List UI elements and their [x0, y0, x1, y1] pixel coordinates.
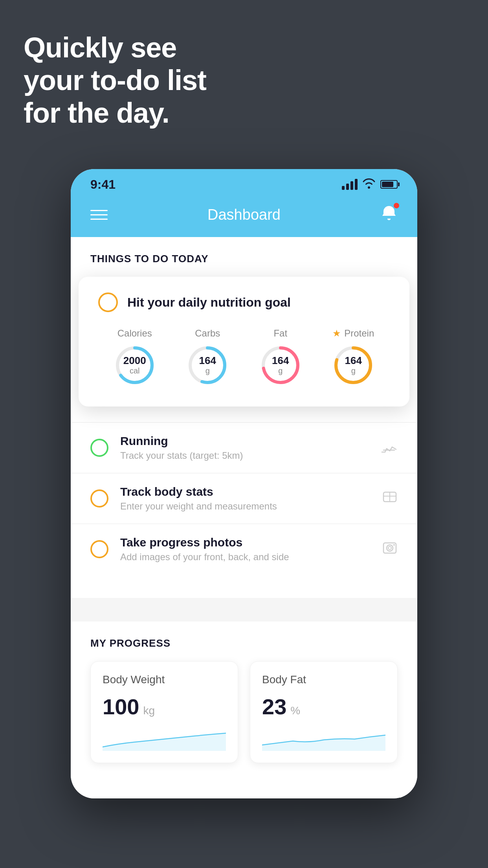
fat-ring: 164 g — [259, 344, 302, 387]
body-weight-chart — [103, 727, 226, 751]
fat-unit: g — [272, 366, 289, 375]
protein-ring-item[interactable]: ★ Protein 164 g — [332, 328, 375, 387]
app-content: THINGS TO DO TODAY Hit your daily nutrit… — [71, 237, 417, 422]
fat-label: Fat — [273, 328, 287, 339]
calories-value: 2000 — [123, 355, 146, 366]
progress-cards: Body Weight 100 kg Body Fat 23 % — [90, 661, 398, 763]
todo-item-running[interactable]: Running Track your stats (target: 5km) — [71, 422, 417, 473]
body-weight-card[interactable]: Body Weight 100 kg — [90, 661, 238, 763]
hero-line1: Quickly see — [24, 31, 206, 64]
fat-ring-item[interactable]: Fat 164 g — [259, 328, 302, 387]
body-weight-unit: kg — [143, 704, 155, 717]
phone-bottom — [71, 779, 417, 798]
battery-icon — [380, 180, 398, 189]
body-stats-subtitle: Enter your weight and measurements — [120, 501, 370, 512]
progress-photos-icon — [382, 540, 398, 559]
body-weight-value: 100 — [103, 694, 139, 719]
nav-bar: Dashboard — [71, 197, 417, 237]
carbs-unit: g — [199, 366, 216, 375]
hamburger-menu[interactable] — [90, 210, 108, 220]
todo-list: Running Track your stats (target: 5km) T… — [71, 422, 417, 574]
nutrition-rings: Calories 2000 cal Carbs — [98, 328, 390, 387]
star-icon: ★ — [332, 328, 341, 339]
progress-section: MY PROGRESS Body Weight 100 kg Body F — [71, 622, 417, 779]
notification-bell[interactable] — [380, 204, 398, 225]
svg-point-13 — [388, 546, 391, 550]
protein-ring: 164 g — [332, 344, 375, 387]
nav-title: Dashboard — [207, 206, 281, 223]
body-stats-text: Track body stats Enter your weight and m… — [120, 485, 370, 512]
hero-line3: for the day. — [24, 97, 206, 129]
body-stats-icon — [382, 489, 398, 508]
running-checkbox[interactable] — [90, 439, 108, 457]
progress-photos-checkbox[interactable] — [90, 540, 108, 558]
body-fat-chart — [262, 727, 385, 751]
wifi-icon — [362, 178, 376, 191]
body-fat-card[interactable]: Body Fat 23 % — [250, 661, 398, 763]
phone-mockup: 9:41 Da — [71, 169, 417, 798]
body-fat-value: 23 — [262, 694, 286, 719]
body-fat-title: Body Fat — [262, 673, 385, 686]
spacer — [71, 574, 417, 598]
nutrition-checkbox[interactable] — [98, 292, 118, 312]
todo-item-body-stats[interactable]: Track body stats Enter your weight and m… — [71, 473, 417, 524]
carbs-ring: 164 g — [186, 344, 229, 387]
running-subtitle: Track your stats (target: 5km) — [120, 450, 369, 461]
status-icons — [342, 178, 398, 191]
body-weight-title: Body Weight — [103, 673, 226, 686]
nutrition-card-title: Hit your daily nutrition goal — [127, 295, 291, 310]
progress-section-header: MY PROGRESS — [90, 637, 398, 649]
carbs-value: 164 — [199, 355, 216, 366]
body-stats-checkbox[interactable] — [90, 489, 108, 508]
hero-text: Quickly see your to-do list for the day. — [24, 31, 206, 129]
body-weight-value-row: 100 kg — [103, 694, 226, 719]
calories-ring-item[interactable]: Calories 2000 cal — [113, 328, 156, 387]
protein-unit: g — [345, 366, 362, 375]
progress-photos-subtitle: Add images of your front, back, and side — [120, 552, 370, 563]
running-icon — [380, 439, 398, 457]
svg-point-12 — [387, 545, 393, 551]
status-bar: 9:41 — [71, 169, 417, 197]
body-fat-unit: % — [290, 704, 300, 717]
running-text: Running Track your stats (target: 5km) — [120, 434, 369, 461]
fat-value: 164 — [272, 355, 289, 366]
status-time: 9:41 — [90, 177, 116, 192]
calories-ring: 2000 cal — [113, 344, 156, 387]
calories-label: Calories — [117, 328, 152, 339]
protein-value: 164 — [345, 355, 362, 366]
nutrition-card[interactable]: Hit your daily nutrition goal Calories 2… — [79, 277, 409, 406]
running-title: Running — [120, 434, 369, 448]
body-stats-title: Track body stats — [120, 485, 370, 498]
svg-point-14 — [393, 544, 395, 546]
progress-photos-title: Take progress photos — [120, 536, 370, 549]
hero-line2: your to-do list — [24, 64, 206, 97]
protein-label: ★ Protein — [332, 328, 374, 339]
progress-photos-text: Take progress photos Add images of your … — [120, 536, 370, 563]
nutrition-card-header: Hit your daily nutrition goal — [98, 292, 390, 312]
signal-icon — [342, 179, 358, 190]
today-section-header: THINGS TO DO TODAY — [90, 253, 398, 265]
body-fat-value-row: 23 % — [262, 694, 385, 719]
carbs-label: Carbs — [195, 328, 220, 339]
carbs-ring-item[interactable]: Carbs 164 g — [186, 328, 229, 387]
todo-item-progress-photos[interactable]: Take progress photos Add images of your … — [71, 524, 417, 574]
calories-unit: cal — [123, 366, 146, 375]
